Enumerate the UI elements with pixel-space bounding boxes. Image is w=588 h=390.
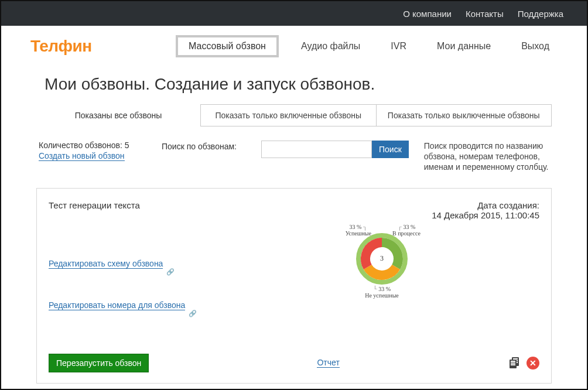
edit-scheme-link[interactable]: Редактировать схему обзвона	[49, 259, 163, 269]
search-hint: Поиск проводится по названию обзвона, но…	[421, 141, 549, 173]
filter-only-off-button[interactable]: Показать только выключенные обзвоны	[377, 104, 552, 126]
copy-icon[interactable]	[508, 357, 519, 369]
search-input[interactable]	[261, 141, 372, 158]
logo: Телфин	[30, 37, 92, 56]
card-date-value: 14 Декабря 2015, 11:00:45	[432, 210, 539, 220]
top-nav: О компании Контакты Поддержка	[1, 1, 587, 26]
nav-ivr[interactable]: IVR	[382, 36, 415, 56]
status-chart: 3 33 % ┐ Успешные ┌ 33 % В процессе └ 33…	[224, 224, 539, 300]
edit-numbers-link[interactable]: Редактировать номера для обзвона	[49, 300, 185, 310]
chain-icon: 🔗	[166, 268, 175, 276]
header: Телфин Массовый обзвон Аудио файлы IVR М…	[1, 26, 587, 63]
chain-icon: 🔗	[189, 310, 197, 317]
chart-center-value: 3	[374, 251, 389, 266]
create-call-link[interactable]: Создать новый обзвон	[39, 151, 125, 161]
report-link[interactable]: Отчет	[317, 358, 339, 368]
search-row: Количество обзвонов: 5 Создать новый обз…	[36, 141, 552, 173]
card-date-label: Дата создания:	[432, 200, 539, 210]
filter-only-on-button[interactable]: Показать только включенные обзвоны	[200, 104, 377, 126]
nav-mass-call[interactable]: Массовый обзвон	[176, 35, 279, 57]
chart-label-failed: └ 33 % Не успешные	[365, 286, 399, 299]
topnav-support[interactable]: Поддержка	[518, 9, 563, 19]
page-title: Мои обзвоны. Создание и запуск обзвонов.	[45, 75, 552, 94]
search-label: Поиск по обзвонам:	[162, 141, 249, 151]
filter-show-all: Показаны все обзвоны	[36, 104, 200, 126]
main-nav: Массовый обзвон Аудио файлы IVR Мои данн…	[176, 35, 558, 57]
filter-row: Показаны все обзвоны Показать только вкл…	[36, 104, 552, 126]
search-button[interactable]: Поиск	[372, 141, 409, 158]
nav-audio-files[interactable]: Аудио файлы	[293, 36, 368, 56]
nav-my-data[interactable]: Мои данные	[429, 36, 499, 56]
call-card: Тест генерации текста Дата создания: 14 …	[36, 188, 552, 384]
nav-logout[interactable]: Выход	[513, 36, 558, 56]
card-title: Тест генерации текста	[49, 200, 140, 220]
topnav-contacts[interactable]: Контакты	[466, 9, 504, 19]
delete-icon[interactable]: ✕	[527, 357, 539, 370]
call-count-label: Количество обзвонов: 5	[39, 141, 150, 150]
chart-label-success: 33 % ┐ Успешные	[346, 224, 371, 237]
topnav-about[interactable]: О компании	[403, 9, 452, 19]
restart-button[interactable]: Перезапустить обзвон	[49, 354, 149, 372]
chart-label-inprogress: ┌ 33 % В процессе	[392, 224, 421, 237]
